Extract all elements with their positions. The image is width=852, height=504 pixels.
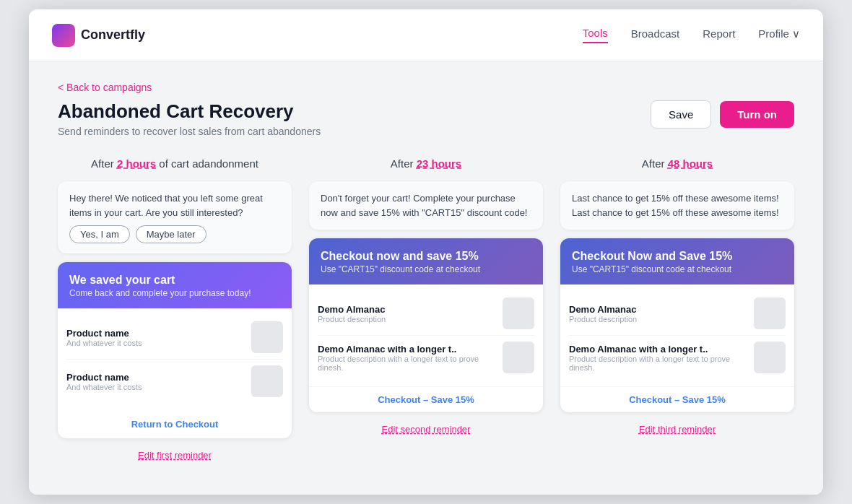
product-thumb <box>503 342 534 373</box>
nav-links: Tools Broadcast Report Profile ∨ <box>583 27 800 43</box>
widget-card-third: Checkout Now and Save 15% Use "CART15" d… <box>560 238 794 412</box>
widget-header-sub-third: Use "CART15" discount code at checkout <box>572 264 783 274</box>
nav-profile[interactable]: Profile ∨ <box>758 27 800 43</box>
quick-replies-first: Yes, I am Maybe later <box>69 225 280 243</box>
navbar: Convertfly Tools Broadcast Report Profil… <box>29 9 823 61</box>
turn-on-button[interactable]: Turn on <box>720 101 794 128</box>
nav-broadcast[interactable]: Broadcast <box>631 27 680 43</box>
nav-tools[interactable]: Tools <box>583 27 608 43</box>
logo: Convertfly <box>52 24 145 47</box>
widget-card-first: We saved your cart Come back and complet… <box>58 262 292 438</box>
product-item: Demo Almanac with a longer t.. Product d… <box>569 336 786 379</box>
return-checkout-link[interactable]: Return to Checkout <box>58 410 292 438</box>
widget-card-second: Checkout now and save 15% Use "CART15" d… <box>309 238 543 412</box>
product-list-first: Product name And whatever it costs Produ… <box>58 308 292 410</box>
reminder-title-second: After 23 hours <box>309 157 543 170</box>
qr-maybe[interactable]: Maybe later <box>136 225 207 243</box>
logo-icon <box>52 24 75 47</box>
widget-header-title-first: We saved your cart <box>69 274 280 287</box>
product-thumb <box>503 297 534 329</box>
page-subtitle: Send reminders to recover lost sales fro… <box>58 126 321 137</box>
reminder-title-first: After 2 hours of cart adandonment <box>58 157 292 170</box>
widget-header-third: Checkout Now and Save 15% Use "CART15" d… <box>560 238 794 284</box>
widget-header-sub-second: Use "CART15" discount code at checkout <box>321 264 531 274</box>
nav-report[interactable]: Report <box>703 27 735 43</box>
page-title: Abandoned Cart Recovery <box>58 100 321 123</box>
product-thumb <box>251 321 283 353</box>
cards-row: After 2 hours of cart adandonment Hey th… <box>58 157 794 461</box>
bubble-second: Don't forget your cart! Complete your pu… <box>309 181 543 230</box>
product-item: Product name And whatever it costs <box>66 360 283 403</box>
widget-header-first: We saved your cart Come back and complet… <box>58 262 292 308</box>
edit-third-reminder[interactable]: Edit third reminder <box>560 424 794 435</box>
product-list-second: Demo Almanac Product description Demo Al… <box>309 284 543 386</box>
checkout-link-third[interactable]: Checkout – Save 15% <box>560 386 794 412</box>
reminder-col-first: After 2 hours of cart adandonment Hey th… <box>58 157 292 461</box>
bubble-first: Hey there! We noticed that you left some… <box>58 181 292 253</box>
save-button[interactable]: Save <box>651 100 711 129</box>
widget-header-title-second: Checkout now and save 15% <box>321 250 531 263</box>
logo-text: Convertfly <box>81 27 145 43</box>
product-thumb <box>251 365 283 397</box>
product-item: Demo Almanac Product description <box>569 292 786 336</box>
product-thumb <box>754 342 786 373</box>
product-item: Product name And whatever it costs <box>66 316 283 360</box>
checkout-link-second[interactable]: Checkout – Save 15% <box>309 386 543 412</box>
qr-yes[interactable]: Yes, I am <box>69 225 130 243</box>
page-header: Abandoned Cart Recovery Send reminders t… <box>58 100 794 137</box>
header-actions: Save Turn on <box>651 100 794 129</box>
widget-header-title-third: Checkout Now and Save 15% <box>572 250 783 263</box>
product-thumb <box>754 297 786 329</box>
edit-second-reminder[interactable]: Edit second reminder <box>309 424 543 435</box>
edit-first-reminder[interactable]: Edit first reminder <box>58 450 292 461</box>
back-link[interactable]: < Back to campaigns <box>58 82 794 93</box>
app-window: Convertfly Tools Broadcast Report Profil… <box>29 9 823 495</box>
reminder-col-second: After 23 hours Don't forget your cart! C… <box>309 157 543 461</box>
widget-header-sub-first: Come back and complete your purchase tod… <box>69 288 280 298</box>
reminder-title-third: After 48 hours <box>560 157 794 170</box>
product-item: Demo Almanac Product description <box>318 292 534 336</box>
page-title-block: Abandoned Cart Recovery Send reminders t… <box>58 100 321 137</box>
product-list-third: Demo Almanac Product description Demo Al… <box>560 284 794 386</box>
page-content: < Back to campaigns Abandoned Cart Recov… <box>29 61 823 495</box>
product-item: Demo Almanac with a longer t.. Product d… <box>318 336 534 379</box>
widget-header-second: Checkout now and save 15% Use "CART15" d… <box>309 238 543 284</box>
bubble-third: Last chance to get 15% off these awesome… <box>560 181 794 230</box>
reminder-col-third: After 48 hours Last chance to get 15% of… <box>560 157 794 461</box>
